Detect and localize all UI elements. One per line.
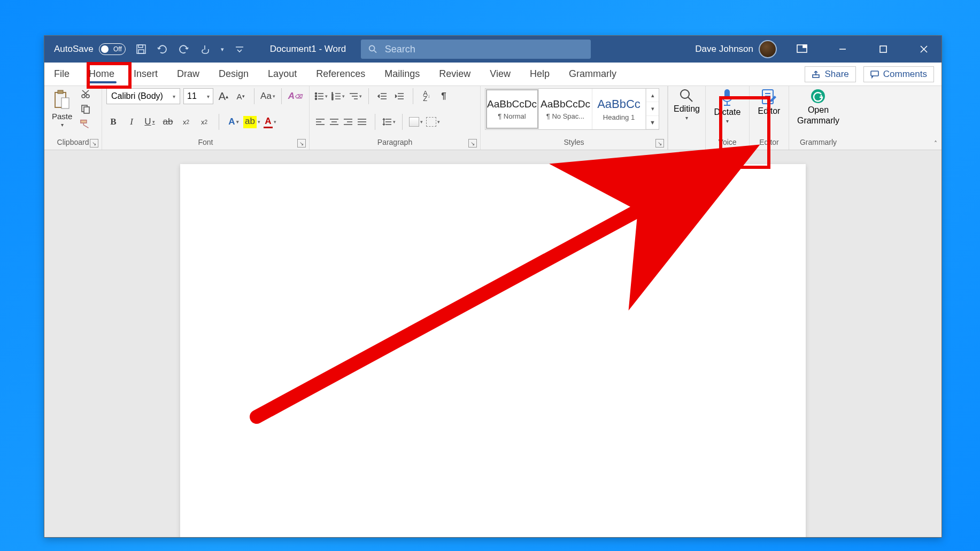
open-grammarly-button[interactable]: Open [808, 105, 829, 115]
tab-file[interactable]: File [44, 63, 79, 86]
svg-rect-2 [138, 50, 144, 53]
paste-icon [53, 89, 71, 111]
autosave[interactable]: AutoSave Off [44, 43, 126, 55]
document-area[interactable] [44, 150, 942, 537]
numbering-icon[interactable]: 123 [331, 89, 345, 103]
svg-rect-15 [58, 90, 63, 94]
underline-button[interactable]: U [143, 115, 157, 129]
share-icon [812, 70, 820, 79]
bullets-icon[interactable] [314, 89, 328, 103]
touch-mode-icon[interactable] [199, 43, 211, 55]
font-name-selector[interactable]: Calibri (Body)▾ [106, 88, 180, 104]
align-center-icon[interactable] [328, 115, 341, 128]
styles-gallery-scroll[interactable]: ▴ ▾ ▼ [646, 89, 659, 129]
shading-icon[interactable] [409, 115, 423, 129]
maximize-button[interactable] [868, 36, 899, 63]
style-heading-1[interactable]: AaBbCc Heading 1 [592, 89, 646, 129]
undo-icon[interactable] [157, 43, 168, 55]
microphone-icon[interactable] [720, 88, 734, 106]
tab-mailings[interactable]: Mailings [375, 63, 429, 86]
show-marks-icon[interactable]: ¶ [437, 89, 451, 103]
cut-icon[interactable] [80, 88, 91, 100]
grammarly-icon[interactable] [810, 88, 826, 104]
highlight-icon[interactable]: ab [245, 115, 259, 129]
svg-rect-16 [61, 98, 69, 108]
tab-help[interactable]: Help [520, 63, 559, 86]
clear-formatting-icon[interactable]: A⌫ [288, 89, 302, 103]
dialog-launcher-icon[interactable]: ↘ [297, 139, 306, 148]
increase-indent-icon[interactable] [392, 89, 406, 103]
search-input[interactable] [385, 44, 583, 55]
dialog-launcher-icon[interactable]: ↘ [90, 139, 98, 148]
font-size-selector[interactable]: 11▾ [183, 88, 213, 104]
chevron-up-icon[interactable]: ▴ [646, 89, 659, 102]
tab-view[interactable]: View [480, 63, 520, 86]
chevron-down-icon: ▾ [726, 118, 729, 124]
editing-button[interactable]: Editing [674, 104, 700, 114]
borders-icon[interactable] [426, 115, 440, 129]
svg-text:3: 3 [331, 97, 334, 100]
ribbon-display-options-icon[interactable] [786, 36, 817, 63]
font-color-icon[interactable]: A [263, 115, 277, 129]
account[interactable]: Dave Johnson [695, 40, 777, 58]
tab-layout[interactable]: Layout [258, 63, 306, 86]
line-spacing-icon[interactable] [382, 115, 396, 129]
group-label-voice: Voice [718, 138, 736, 150]
svg-point-24 [315, 93, 317, 95]
dialog-launcher-icon[interactable]: ↘ [468, 139, 477, 148]
redo-icon[interactable] [178, 43, 190, 55]
tab-draw[interactable]: Draw [167, 63, 209, 86]
svg-rect-23 [81, 120, 87, 123]
shrink-font-icon[interactable]: A▾ [234, 89, 248, 103]
group-label-styles: Styles ↘ [485, 138, 663, 150]
format-painter-icon[interactable] [80, 118, 91, 130]
justify-icon[interactable] [356, 115, 368, 128]
bold-button[interactable]: B [106, 115, 120, 129]
close-button[interactable] [908, 36, 939, 63]
dialog-launcher-icon[interactable]: ↘ [655, 139, 664, 148]
dictate-button[interactable]: Dictate [714, 107, 741, 117]
search-icon [368, 44, 377, 54]
style-no-spacing[interactable]: AaBbCcDc ¶ No Spac... [539, 89, 592, 129]
multilevel-list-icon[interactable] [348, 89, 362, 103]
superscript-button[interactable]: x2 [197, 115, 211, 129]
change-case-icon[interactable]: Aa [261, 89, 275, 103]
tab-review[interactable]: Review [429, 63, 480, 86]
align-right-icon[interactable] [342, 115, 354, 128]
autosave-toggle[interactable]: Off [99, 43, 126, 55]
tab-home[interactable]: Home [79, 63, 124, 86]
copy-icon[interactable] [80, 103, 91, 115]
grow-font-icon[interactable]: A▴ [217, 89, 230, 103]
tab-insert[interactable]: Insert [124, 63, 167, 86]
touch-dropdown-icon[interactable]: ▾ [221, 46, 224, 53]
align-left-icon[interactable] [314, 115, 327, 128]
tab-grammarly[interactable]: Grammarly [559, 63, 626, 86]
svg-point-60 [681, 90, 689, 98]
svg-point-26 [315, 96, 317, 97]
search-box[interactable] [361, 40, 591, 59]
page[interactable] [180, 164, 806, 537]
save-icon[interactable] [135, 43, 147, 55]
editor-button[interactable]: Editor [758, 106, 781, 116]
tab-references[interactable]: References [306, 63, 375, 86]
strikethrough-button[interactable]: ab [161, 115, 175, 129]
share-button[interactable]: Share [805, 66, 855, 82]
style-normal[interactable]: AaBbCcDc ¶ Normal [485, 89, 539, 129]
decrease-indent-icon[interactable] [375, 89, 389, 103]
text-effects-icon[interactable]: A [227, 115, 241, 129]
gallery-expand-icon[interactable]: ▼ [646, 116, 659, 129]
qat-customize-icon[interactable] [234, 43, 245, 55]
paste-button[interactable]: Paste ▾ [49, 88, 75, 129]
minimize-button[interactable] [827, 36, 858, 63]
find-icon[interactable] [679, 88, 694, 103]
editor-icon[interactable] [761, 88, 777, 105]
subscript-button[interactable]: x2 [179, 115, 193, 129]
comments-button[interactable]: Comments [863, 66, 934, 82]
styles-gallery[interactable]: AaBbCcDc ¶ Normal AaBbCcDc ¶ No Spac... … [485, 88, 659, 130]
collapse-ribbon-icon[interactable]: ˄ [934, 140, 937, 148]
sort-icon[interactable]: AZ↓ [420, 89, 434, 103]
group-label-font: Font ↘ [106, 138, 305, 150]
chevron-down-icon[interactable]: ▾ [646, 102, 659, 115]
tab-design[interactable]: Design [209, 63, 258, 86]
italic-button[interactable]: I [125, 115, 138, 129]
